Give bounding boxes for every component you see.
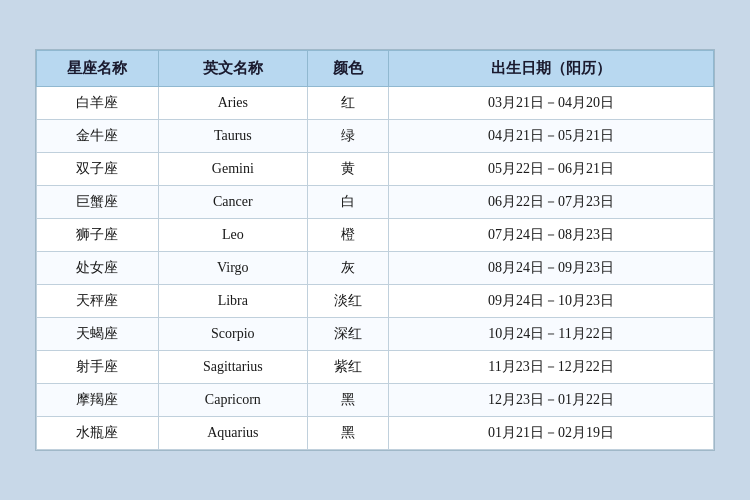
cell-date: 12月23日－01月22日 [389,384,714,417]
cell-color: 绿 [307,120,388,153]
cell-date: 08月24日－09月23日 [389,252,714,285]
cell-english: Taurus [158,120,307,153]
header-color: 颜色 [307,51,388,87]
cell-color: 灰 [307,252,388,285]
zodiac-table-container: 星座名称 英文名称 颜色 出生日期（阳历） 白羊座Aries红03月21日－04… [35,49,715,451]
cell-english: Libra [158,285,307,318]
cell-chinese: 处女座 [37,252,159,285]
cell-date: 10月24日－11月22日 [389,318,714,351]
cell-chinese: 巨蟹座 [37,186,159,219]
cell-date: 09月24日－10月23日 [389,285,714,318]
cell-chinese: 双子座 [37,153,159,186]
cell-date: 07月24日－08月23日 [389,219,714,252]
cell-english: Virgo [158,252,307,285]
zodiac-table: 星座名称 英文名称 颜色 出生日期（阳历） 白羊座Aries红03月21日－04… [36,50,714,450]
table-header-row: 星座名称 英文名称 颜色 出生日期（阳历） [37,51,714,87]
cell-chinese: 摩羯座 [37,384,159,417]
cell-color: 淡红 [307,285,388,318]
cell-color: 白 [307,186,388,219]
cell-english: Cancer [158,186,307,219]
cell-english: Capricorn [158,384,307,417]
cell-date: 03月21日－04月20日 [389,87,714,120]
table-row: 巨蟹座Cancer白06月22日－07月23日 [37,186,714,219]
cell-english: Aries [158,87,307,120]
cell-color: 黑 [307,384,388,417]
cell-chinese: 金牛座 [37,120,159,153]
cell-color: 紫红 [307,351,388,384]
cell-chinese: 白羊座 [37,87,159,120]
cell-date: 05月22日－06月21日 [389,153,714,186]
cell-date: 11月23日－12月22日 [389,351,714,384]
cell-date: 01月21日－02月19日 [389,417,714,450]
cell-english: Leo [158,219,307,252]
cell-english: Scorpio [158,318,307,351]
cell-color: 橙 [307,219,388,252]
cell-chinese: 天蝎座 [37,318,159,351]
cell-color: 黑 [307,417,388,450]
table-row: 金牛座Taurus绿04月21日－05月21日 [37,120,714,153]
cell-color: 黄 [307,153,388,186]
table-row: 天秤座Libra淡红09月24日－10月23日 [37,285,714,318]
header-english: 英文名称 [158,51,307,87]
table-row: 处女座Virgo灰08月24日－09月23日 [37,252,714,285]
cell-chinese: 水瓶座 [37,417,159,450]
table-row: 摩羯座Capricorn黑12月23日－01月22日 [37,384,714,417]
cell-color: 红 [307,87,388,120]
header-date: 出生日期（阳历） [389,51,714,87]
table-row: 双子座Gemini黄05月22日－06月21日 [37,153,714,186]
table-row: 天蝎座Scorpio深红10月24日－11月22日 [37,318,714,351]
cell-chinese: 天秤座 [37,285,159,318]
cell-date: 04月21日－05月21日 [389,120,714,153]
header-chinese: 星座名称 [37,51,159,87]
table-row: 白羊座Aries红03月21日－04月20日 [37,87,714,120]
cell-english: Gemini [158,153,307,186]
cell-date: 06月22日－07月23日 [389,186,714,219]
table-body: 白羊座Aries红03月21日－04月20日金牛座Taurus绿04月21日－0… [37,87,714,450]
cell-chinese: 狮子座 [37,219,159,252]
cell-english: Sagittarius [158,351,307,384]
cell-english: Aquarius [158,417,307,450]
cell-color: 深红 [307,318,388,351]
table-row: 狮子座Leo橙07月24日－08月23日 [37,219,714,252]
table-row: 射手座Sagittarius紫红11月23日－12月22日 [37,351,714,384]
table-row: 水瓶座Aquarius黑01月21日－02月19日 [37,417,714,450]
cell-chinese: 射手座 [37,351,159,384]
